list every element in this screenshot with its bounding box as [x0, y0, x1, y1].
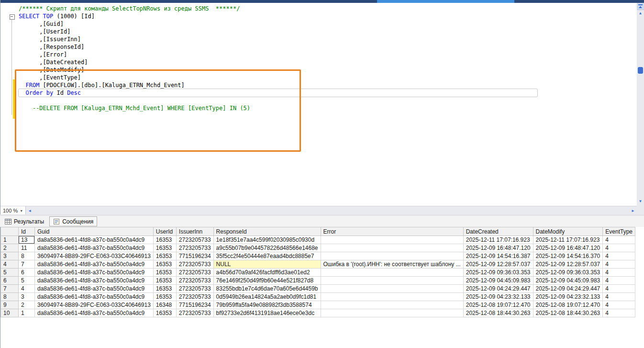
scroll-up-arrow[interactable]: ▲	[637, 10, 644, 17]
scroll-down-arrow[interactable]: ▼	[637, 198, 644, 205]
column-header[interactable]: EventType	[603, 227, 635, 236]
code-line[interactable]: ,[Error]	[19, 51, 537, 58]
grid-cell[interactable]: da8a5836-de61-4fd8-a37c-ba550c0a4dc9	[35, 293, 154, 301]
grid-cell[interactable]: 2025-12-08 18:44:30.263	[464, 309, 533, 317]
column-header[interactable]: DateCreated	[464, 227, 533, 236]
grid-cell[interactable]: 2025-12-09 14:54:16.370	[533, 252, 603, 260]
grid-cell[interactable]: 79b959ffa5fa49e088982f3db3588574	[214, 301, 321, 309]
vertical-scrollbar[interactable]: ▲ ▼	[637, 3, 644, 206]
row-number[interactable]: 7	[0, 285, 19, 293]
grid-cell[interactable]: 7	[19, 260, 35, 269]
grid-cell[interactable]: 1e18f351e7aa4c599f02030985c0930d	[214, 236, 321, 244]
grid-cell[interactable]: 4	[603, 236, 635, 244]
horizontal-scrollbar-track[interactable]	[33, 206, 629, 215]
grid-cell[interactable]: da8a5836-de61-4fd8-a37c-ba550c0a4dc9	[35, 309, 154, 317]
grid-cell[interactable]	[321, 301, 464, 309]
grid-cell[interactable]: da8a5836-de61-4fd8-a37c-ba550c0a4dc9	[35, 269, 154, 277]
grid-cell[interactable]: 35f5cc2f4e50444e87eaad4bdc8885e7	[214, 252, 321, 260]
grid-cell[interactable]: 2025-12-09 12:28:57.037	[464, 260, 533, 269]
tab-results[interactable]: Результаты	[1, 217, 47, 226]
tab-messages[interactable]: Сообщения	[49, 216, 97, 226]
grid-cell[interactable]: 16348	[154, 301, 177, 309]
column-header[interactable]: UserId	[154, 227, 177, 236]
code-line[interactable]: SELECT TOP (1000) [Id]	[19, 12, 537, 20]
grid-cell[interactable]: da8a5836-de61-4fd8-a37c-ba550c0a4dc9	[35, 236, 154, 244]
row-number[interactable]: 3	[0, 252, 19, 260]
column-header[interactable]: Guid	[35, 227, 154, 236]
grid-cell[interactable]: 2723205733	[177, 260, 214, 269]
results-table[interactable]: IdGuidUserIdIssuerInnResponseIdErrorDate…	[0, 227, 635, 317]
grid-cell[interactable]: 2723205733	[177, 236, 214, 244]
grid-cell[interactable]: 16353	[154, 269, 177, 277]
grid-cell[interactable]: 4	[603, 277, 635, 285]
grid-cell[interactable]	[321, 244, 464, 252]
grid-cell[interactable]: 2025-12-09 04:23:32.133	[464, 293, 533, 301]
grid-cell[interactable]: 16353	[154, 244, 177, 252]
grid-cell[interactable]: 7715196234	[177, 252, 214, 260]
grid-cell[interactable]: 4	[19, 285, 35, 293]
grid-cell[interactable]: 2025-12-09 09:36:03.353	[464, 269, 533, 277]
code-line[interactable]: ,[IssuerInn]	[19, 35, 537, 43]
grid-cell[interactable]: 2723205733	[177, 309, 214, 317]
grid-cell[interactable]: 83255bdb1e7c4d6dae70a605e6d4459b	[214, 285, 321, 293]
grid-cell[interactable]: 11	[19, 244, 35, 252]
corner-header[interactable]	[0, 227, 19, 236]
grid-cell[interactable]: 36094974-8B89-29FC-E063-033C40646913	[35, 301, 154, 309]
grid-cell[interactable]: 76e1469f250d49f9b60e44e521f827d8	[214, 277, 321, 285]
grid-cell[interactable]: 2025-12-09 14:54:16.387	[464, 252, 533, 260]
code-line[interactable]: /****** Скрипт для команды SelectTopNRow…	[19, 5, 537, 12]
column-header[interactable]: DateModify	[533, 227, 603, 236]
grid-cell[interactable]: da8a5836-de61-4fd8-a37c-ba550c0a4dc9	[35, 260, 154, 269]
row-number[interactable]: 2	[0, 244, 19, 252]
grid-cell[interactable]: 16353	[154, 252, 177, 260]
grid-cell[interactable]: 2025-12-09 16:48:47.120	[533, 244, 603, 252]
grid-cell[interactable]: 7715196234	[177, 301, 214, 309]
grid-cell[interactable]: bf92733e2d6f4131918ae146ece0e3dc	[214, 309, 321, 317]
grid-cell[interactable]: 4	[603, 293, 635, 301]
row-number[interactable]: 4	[0, 260, 19, 269]
row-number[interactable]: 6	[0, 277, 19, 285]
grid-cell[interactable]: da8a5836-de61-4fd8-a37c-ba550c0a4dc9	[35, 277, 154, 285]
zoom-control[interactable]: 100 % ▼	[0, 206, 26, 215]
grid-cell[interactable]: 4	[603, 252, 635, 260]
grid-cell[interactable]: 4	[603, 269, 635, 277]
grid-cell[interactable]: 2025-12-08 18:44:30.263	[533, 309, 603, 317]
code-line[interactable]: ,[Guid]	[19, 20, 537, 28]
grid-cell[interactable]: 1	[19, 309, 35, 317]
scroll-right-arrow[interactable]: ►	[629, 206, 637, 215]
grid-cell[interactable]: 16353	[154, 277, 177, 285]
grid-cell[interactable]: 3	[19, 293, 35, 301]
column-header[interactable]: Error	[321, 227, 464, 236]
grid-cell[interactable]: 2723205733	[177, 244, 214, 252]
grid-cell[interactable]: 2723205733	[177, 285, 214, 293]
grid-cell[interactable]: 2025-12-09 04:45:09.983	[464, 277, 533, 285]
grid-cell[interactable]	[321, 309, 464, 317]
column-header[interactable]: Id	[19, 227, 35, 236]
grid-cell[interactable]	[321, 269, 464, 277]
code-line[interactable]: ,[UserId]	[19, 28, 537, 35]
grid-cell[interactable]	[321, 285, 464, 293]
code-line[interactable]: ,[DateCreated]	[19, 58, 537, 66]
grid-cell[interactable]: NULL	[214, 260, 321, 269]
grid-cell[interactable]: 0d5949b26ea14824a5a2aeb0d9fc1d81	[214, 293, 321, 301]
grid-cell[interactable]: 16353	[154, 260, 177, 269]
grid-cell[interactable]	[321, 236, 464, 244]
grid-cell[interactable]: 2025-12-08 19:07:12.470	[464, 301, 533, 309]
grid-cell[interactable]: 4	[603, 301, 635, 309]
grid-cell[interactable]: 2025-12-09 04:45:09.983	[533, 277, 603, 285]
grid-cell[interactable]: 6	[19, 269, 35, 277]
grid-cell[interactable]: 2025-12-09 16:48:47.120	[464, 244, 533, 252]
grid-cell[interactable]: 2025-12-09 04:24:29.447	[533, 285, 603, 293]
grid-cell[interactable]: da8a5836-de61-4fd8-a37c-ba550c0a4dc9	[35, 285, 154, 293]
scroll-left-arrow[interactable]: ◄	[26, 206, 33, 215]
row-number[interactable]: 5	[0, 269, 19, 277]
grid-cell[interactable]: 2723205733	[177, 293, 214, 301]
grid-cell[interactable]: 2723205733	[177, 269, 214, 277]
grid-cell[interactable]: 5	[19, 277, 35, 285]
grid-cell[interactable]: 2	[19, 301, 35, 309]
grid-cell[interactable]: 4	[603, 309, 635, 317]
grid-cell[interactable]: da8a5836-de61-4fd8-a37c-ba550c0a4dc9	[35, 244, 154, 252]
grid-cell[interactable]: 2025-12-08 19:07:12.470	[533, 301, 603, 309]
sql-editor[interactable]: /****** Скрипт для команды SelectTopNRow…	[0, 3, 637, 206]
grid-cell[interactable]: 4	[603, 285, 635, 293]
